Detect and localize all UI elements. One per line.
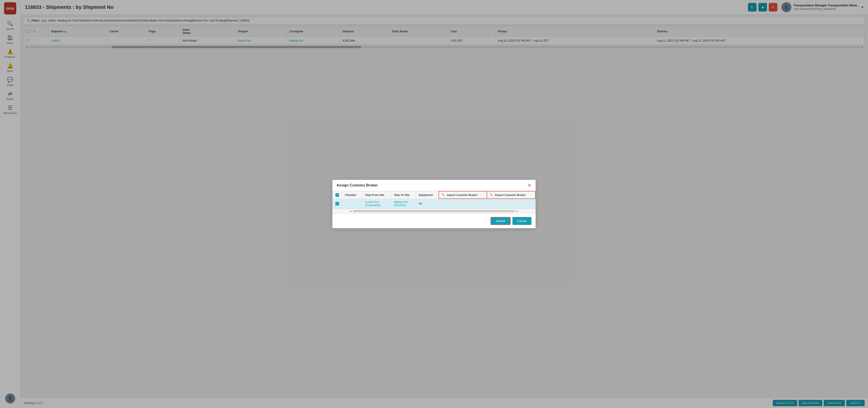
modal-col-select: ✓ <box>333 191 342 199</box>
modal-title: Assign Customs Broker <box>337 183 378 187</box>
cancel-button[interactable]: Cancel <box>513 217 531 225</box>
modal-row-ship-from-cell: Austin Port[CustomerA] <box>362 199 391 209</box>
customs-broker-table: ✓ t Number Ship-From Site Ship-To Site E… <box>333 191 535 209</box>
edit-icon: ✏️ <box>490 193 493 197</box>
modal-col-equipment: Equipment <box>416 191 439 199</box>
modal-footer: Submit Cancel <box>333 214 535 228</box>
modal-col-export-broker: ✏️ Export Customs Broker <box>487 191 535 199</box>
modal-close-button[interactable]: ✕ <box>528 183 531 188</box>
modal-row-select-cell[interactable]: ✓ <box>333 199 342 209</box>
modal-body: ✓ t Number Ship-From Site Ship-To Site E… <box>333 191 535 214</box>
modal-row-ship-to-cell: Beijing Port[VendorA] <box>391 199 416 209</box>
modal-scrollbar[interactable] <box>353 210 515 212</box>
modal-row-import-broker-cell[interactable] <box>439 199 487 209</box>
modal-row-equipment-cell: All <box>416 199 439 209</box>
modal-col-ship-from: Ship-From Site <box>362 191 391 199</box>
modal-col-import-broker: ✏️ Import Customs Broker <box>439 191 487 199</box>
modal-col-ship-to: Ship-To Site <box>391 191 416 199</box>
modal-row-export-broker-cell[interactable] <box>487 199 535 209</box>
modal-row-checkbox[interactable]: ✓ <box>336 202 339 206</box>
modal-overlay: Assign Customs Broker ✕ ✓ t Number Ship-… <box>0 0 868 408</box>
modal-row-number-cell <box>342 199 362 209</box>
modal-scrollbar-area: ◀ ▶ <box>333 209 535 214</box>
modal-col-number: t Number <box>342 191 362 199</box>
ship-to-link[interactable]: Beijing Port[VendorA] <box>394 200 408 207</box>
submit-button[interactable]: Submit <box>491 217 510 225</box>
modal-header: Assign Customs Broker ✕ <box>333 180 535 191</box>
ship-from-link[interactable]: Austin Port[CustomerA] <box>365 200 380 207</box>
edit-icon: ✏️ <box>442 193 445 197</box>
modal-select-all-checkbox[interactable]: ✓ <box>336 193 339 197</box>
modal-table-row: ✓ Austin Port[CustomerA] Beijing Port[Ve… <box>333 199 535 209</box>
assign-customs-broker-modal: Assign Customs Broker ✕ ✓ t Number Ship-… <box>332 180 536 228</box>
